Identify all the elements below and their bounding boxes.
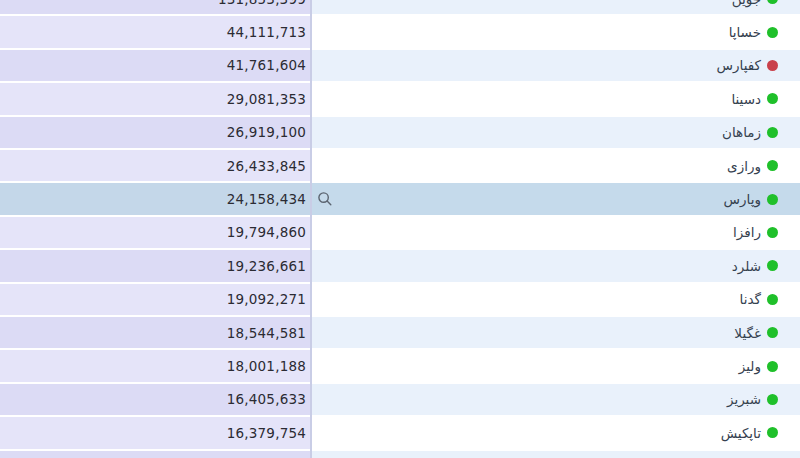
table-row-selected[interactable]: 24,158,434وپارس xyxy=(0,183,800,214)
volume-value: 131,853,399 xyxy=(218,0,306,7)
table-row[interactable]: 41,761,604کفپارس xyxy=(0,50,800,81)
status-dot-green xyxy=(767,93,778,104)
volume-cell: 26,919,100 xyxy=(0,117,310,148)
symbol-label: شبریز xyxy=(727,391,761,407)
volume-cell: 131,853,399 xyxy=(0,0,310,14)
volume-cell: 24,158,434 xyxy=(0,183,310,214)
volume-cell: 29,081,353 xyxy=(0,83,310,114)
symbol-label: غگیلا xyxy=(734,325,761,341)
volume-value: 41,761,604 xyxy=(227,57,306,73)
symbol-label: خساپا xyxy=(729,24,761,40)
volume-cell: 19,236,661 xyxy=(0,250,310,281)
status-dot-green xyxy=(767,27,778,38)
symbol-label: شلرد xyxy=(732,258,761,274)
volume-cell: 18,544,581 xyxy=(0,317,310,348)
symbol-label: ورازی xyxy=(727,158,761,174)
table-row[interactable]: 19,236,661شلرد xyxy=(0,250,800,281)
symbol-cell: خساپا xyxy=(312,16,800,47)
status-dot-green xyxy=(767,427,778,438)
symbol-label: زماهان xyxy=(722,124,761,140)
volume-value: 16,405,633 xyxy=(227,391,306,407)
symbol-cell: ولیز xyxy=(312,350,800,381)
symbol-label: دسینا xyxy=(731,91,761,107)
symbol-label: وپارس xyxy=(724,191,761,207)
status-dot-green xyxy=(767,361,778,372)
volume-cell: 41,761,604 xyxy=(0,50,310,81)
symbol-cell: شلرد xyxy=(312,250,800,281)
volume-value: 44,111,713 xyxy=(227,24,306,40)
table-row[interactable]: 26,433,845ورازی xyxy=(0,150,800,181)
volume-value: 29,081,353 xyxy=(227,91,306,107)
column-divider xyxy=(310,0,312,458)
symbol-cell: رافزا xyxy=(312,217,800,248)
symbol-label: کفپارس xyxy=(717,57,761,73)
status-dot-green xyxy=(767,0,778,4)
symbol-label: تاپکیش xyxy=(721,425,761,441)
status-dot-green xyxy=(767,260,778,271)
volume-value: 19,092,271 xyxy=(227,291,306,307)
volume-cell: 26,433,845 xyxy=(0,150,310,181)
volume-value: 19,236,661 xyxy=(227,258,306,274)
symbol-label: ولیز xyxy=(739,358,761,374)
table-row[interactable]: 16,379,754تاپکیش xyxy=(0,417,800,448)
table-row[interactable]: 18,001,188ولیز xyxy=(0,350,800,381)
symbol-cell: غگیلا xyxy=(312,317,800,348)
table-row[interactable]: 15,919,400شپنا xyxy=(0,451,800,458)
volume-value: 16,379,754 xyxy=(227,425,306,441)
volume-value: 24,158,434 xyxy=(227,191,306,207)
symbol-label: گدنا xyxy=(740,291,761,307)
volume-cell: 44,111,713 xyxy=(0,16,310,47)
symbol-cell: شپنا xyxy=(312,451,800,458)
table-row[interactable]: 16,405,633شبریز xyxy=(0,384,800,415)
volume-value: 18,544,581 xyxy=(227,325,306,341)
status-dot-green xyxy=(767,194,778,205)
search-icon[interactable] xyxy=(317,191,333,207)
symbol-cell: تاپکیش xyxy=(312,417,800,448)
volume-value: 26,919,100 xyxy=(227,124,306,140)
volume-value: 19,794,860 xyxy=(227,224,306,240)
status-dot-green xyxy=(767,394,778,405)
table-row[interactable]: 29,081,353دسینا xyxy=(0,83,800,114)
symbol-label: جوین xyxy=(732,0,761,7)
volume-cell: 15,919,400 xyxy=(0,451,310,458)
symbol-cell: شبریز xyxy=(312,384,800,415)
symbol-cell: زماهان xyxy=(312,117,800,148)
status-dot-green xyxy=(767,227,778,238)
table-row[interactable]: 44,111,713خساپا xyxy=(0,16,800,47)
status-dot-green xyxy=(767,327,778,338)
status-dot-green xyxy=(767,160,778,171)
status-dot-red xyxy=(767,60,778,71)
symbol-cell: گدنا xyxy=(312,284,800,315)
volume-cell: 18,001,188 xyxy=(0,350,310,381)
watchlist-table: 131,853,399جوین44,111,713خساپا41,761,604… xyxy=(0,0,800,458)
symbol-cell: دسینا xyxy=(312,83,800,114)
volume-value: 18,001,188 xyxy=(227,358,306,374)
symbol-cell: ورازی xyxy=(312,150,800,181)
symbol-cell: کفپارس xyxy=(312,50,800,81)
volume-cell: 19,794,860 xyxy=(0,217,310,248)
table-row[interactable]: 131,853,399جوین xyxy=(0,0,800,14)
volume-cell: 19,092,271 xyxy=(0,284,310,315)
table-row[interactable]: 26,919,100زماهان xyxy=(0,117,800,148)
volume-cell: 16,405,633 xyxy=(0,384,310,415)
table-row[interactable]: 19,794,860رافزا xyxy=(0,217,800,248)
status-dot-green xyxy=(767,294,778,305)
symbol-label: رافزا xyxy=(733,224,761,240)
volume-cell: 16,379,754 xyxy=(0,417,310,448)
symbol-cell: جوین xyxy=(312,0,800,14)
table-row[interactable]: 19,092,271گدنا xyxy=(0,284,800,315)
volume-value: 26,433,845 xyxy=(227,158,306,174)
status-dot-green xyxy=(767,127,778,138)
symbol-cell: وپارس xyxy=(312,183,800,214)
table-row[interactable]: 18,544,581غگیلا xyxy=(0,317,800,348)
